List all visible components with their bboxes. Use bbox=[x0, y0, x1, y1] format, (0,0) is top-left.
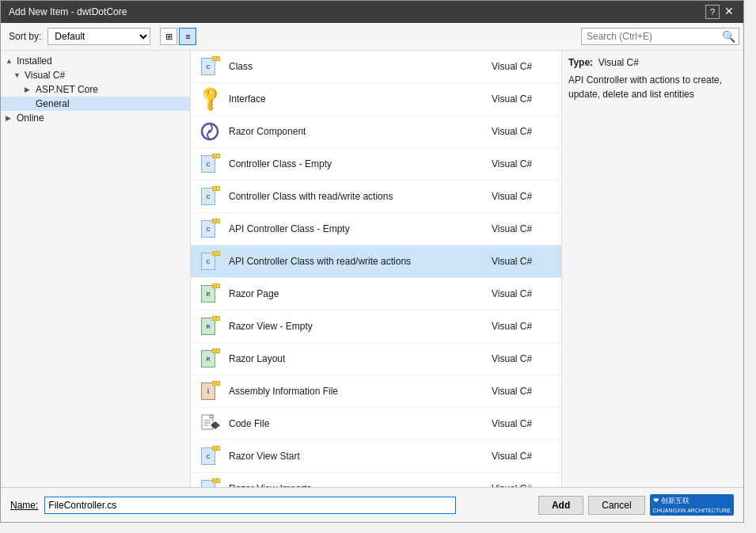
sidebar-item-visual-csharp-label: Visual C# bbox=[25, 70, 65, 81]
watermark-brand: 创新互联 bbox=[661, 497, 690, 504]
item-api-controller-empty[interactable]: C C# API Controller Class - Empty Visual… bbox=[191, 213, 561, 246]
item-razor-component-name: Razor Component bbox=[229, 126, 492, 137]
sidebar-item-general-label: General bbox=[36, 98, 70, 109]
item-controller-empty-name: Controller Class - Empty bbox=[229, 158, 492, 169]
item-razor-view-start[interactable]: C C# Razor View Start Visual C# bbox=[191, 440, 561, 473]
item-interface[interactable]: 🔑 Interface Visual C# bbox=[191, 83, 561, 116]
item-razor-view-start-name: Razor View Start bbox=[229, 451, 492, 462]
item-razor-view-imports-icon: C C# bbox=[197, 476, 222, 487]
close-button[interactable]: ✕ bbox=[723, 5, 735, 17]
footer-buttons: Add Cancel ❤ 创新互联 CHUANGXIN ARCHITECTURE bbox=[538, 494, 734, 516]
arrow-online: ▶ bbox=[6, 114, 13, 122]
item-razor-component[interactable]: Razor Component Visual C# bbox=[191, 116, 561, 148]
item-controller-empty-type: Visual C# bbox=[492, 158, 555, 169]
dialog-window: Add New Item - dwtDotCore ? ✕ Sort by: D… bbox=[0, 0, 744, 523]
info-description: API Controller with actions to create, u… bbox=[568, 73, 737, 101]
item-razor-page-icon: R C# bbox=[197, 281, 222, 306]
search-icon[interactable]: 🔍 bbox=[722, 30, 735, 43]
sidebar-item-online[interactable]: ▶ Online bbox=[1, 111, 190, 125]
item-razor-layout-type: Visual C# bbox=[492, 353, 555, 364]
watermark-sub: CHUANGXIN ARCHITECTURE bbox=[653, 508, 731, 513]
view-toggle: ⊞ ≡ bbox=[160, 28, 196, 45]
main-content: ▲ Installed ▼ Visual C# ▶ ASP.NET Core G… bbox=[1, 51, 743, 487]
title-bar-controls: ? ✕ bbox=[705, 5, 735, 19]
item-code-file-name: Code File bbox=[229, 418, 492, 429]
info-panel: Type: Visual C# API Controller with acti… bbox=[561, 51, 743, 487]
dialog-body: Sort by: Default Name Type ⊞ ≡ 🔍 ▲ bbox=[1, 23, 743, 522]
sort-select[interactable]: Default Name Type bbox=[47, 28, 150, 45]
item-controller-empty-icon: C C# bbox=[197, 151, 222, 177]
item-interface-type: Visual C# bbox=[492, 93, 555, 105]
item-razor-view-start-type: Visual C# bbox=[492, 451, 555, 462]
item-razor-layout-name: Razor Layout bbox=[229, 353, 492, 364]
item-razor-page[interactable]: R C# Razor Page Visual C# bbox=[191, 278, 561, 310]
search-box: 🔍 bbox=[581, 28, 735, 45]
item-class[interactable]: C C# Class Visual C# bbox=[191, 51, 561, 83]
grid-view-button[interactable]: ⊞ bbox=[160, 28, 177, 45]
item-class-icon: C C# bbox=[197, 54, 222, 79]
arrow-installed: ▲ bbox=[6, 57, 13, 65]
sidebar-item-aspnet-core[interactable]: ▶ ASP.NET Core bbox=[1, 82, 190, 97]
item-razor-view-empty-type: Visual C# bbox=[492, 321, 555, 332]
item-razor-page-type: Visual C# bbox=[492, 288, 555, 299]
info-type-label: Type: bbox=[568, 57, 593, 68]
item-assembly-type: Visual C# bbox=[492, 386, 555, 397]
item-razor-view-empty[interactable]: R C# Razor View - Empty Visual C# bbox=[191, 310, 561, 343]
sidebar-item-general[interactable]: General bbox=[1, 97, 190, 111]
search-input[interactable] bbox=[581, 28, 739, 45]
item-razor-view-start-icon: C C# bbox=[197, 444, 222, 469]
item-interface-icon: 🔑 bbox=[197, 86, 222, 112]
info-type-value: Visual C# bbox=[598, 57, 639, 68]
item-code-file[interactable]: Code File Visual C# bbox=[191, 408, 561, 440]
toolbar: Sort by: Default Name Type ⊞ ≡ 🔍 bbox=[1, 23, 743, 51]
items-list[interactable]: C C# Class Visual C# 🔑 Interface bbox=[191, 51, 561, 487]
item-class-type: Visual C# bbox=[492, 61, 555, 72]
key-icon: 🔑 bbox=[195, 84, 224, 113]
item-controller-empty[interactable]: C C# Controller Class - Empty Visual C# bbox=[191, 148, 561, 181]
sidebar-item-aspnet-core-label: ASP.NET Core bbox=[36, 84, 98, 95]
name-label: Name: bbox=[10, 500, 38, 511]
code-file-svg bbox=[199, 413, 220, 434]
sort-label: Sort by: bbox=[9, 31, 41, 42]
razor-component-svg bbox=[199, 120, 221, 143]
item-assembly-icon: i C# bbox=[197, 379, 222, 404]
item-razor-layout[interactable]: R C# Razor Layout Visual C# bbox=[191, 343, 561, 375]
item-api-controller-rw-icon: C C# bbox=[197, 249, 222, 274]
sidebar-item-online-label: Online bbox=[17, 112, 44, 124]
sidebar-item-installed-label: Installed bbox=[17, 55, 52, 67]
arrow-aspnet-core: ▶ bbox=[25, 86, 32, 93]
item-api-controller-empty-type: Visual C# bbox=[492, 223, 555, 234]
item-controller-rw[interactable]: C C# Controller Class with read/write ac… bbox=[191, 181, 561, 213]
item-api-controller-empty-name: API Controller Class - Empty bbox=[229, 223, 492, 234]
item-razor-page-name: Razor Page bbox=[229, 288, 492, 299]
item-razor-view-imports[interactable]: C C# Razor View Imports Visual C# bbox=[191, 473, 561, 487]
add-button[interactable]: Add bbox=[538, 496, 583, 515]
item-api-controller-empty-icon: C C# bbox=[197, 216, 222, 242]
item-controller-rw-type: Visual C# bbox=[492, 191, 555, 202]
help-button[interactable]: ? bbox=[705, 5, 720, 19]
item-api-controller-rw[interactable]: C C# API Controller Class with read/writ… bbox=[191, 246, 561, 278]
item-razor-view-empty-name: Razor View - Empty bbox=[229, 321, 492, 332]
items-panel: C C# Class Visual C# 🔑 Interface bbox=[191, 51, 561, 487]
item-api-controller-rw-name: API Controller Class with read/write act… bbox=[229, 256, 492, 267]
watermark-text: ❤ bbox=[653, 497, 662, 504]
name-input[interactable] bbox=[44, 497, 456, 514]
svg-point-1 bbox=[208, 130, 211, 133]
arrow-visual-csharp: ▼ bbox=[13, 71, 21, 79]
info-type: Type: Visual C# bbox=[568, 57, 737, 68]
item-code-file-type: Visual C# bbox=[492, 418, 555, 429]
cancel-button[interactable]: Cancel bbox=[588, 496, 644, 515]
item-razor-component-icon bbox=[197, 119, 222, 144]
item-controller-rw-name: Controller Class with read/write actions bbox=[229, 191, 492, 202]
item-razor-component-type: Visual C# bbox=[492, 126, 555, 137]
sidebar-item-visual-csharp[interactable]: ▼ Visual C# bbox=[1, 68, 190, 82]
item-api-controller-rw-type: Visual C# bbox=[492, 256, 555, 267]
item-controller-rw-icon: C C# bbox=[197, 184, 222, 209]
item-code-file-icon bbox=[197, 411, 222, 436]
list-view-button[interactable]: ≡ bbox=[179, 28, 196, 45]
sidebar-item-installed[interactable]: ▲ Installed bbox=[1, 54, 190, 68]
bottom-bar: Name: Add Cancel ❤ 创新互联 CHUANGXIN ARCHIT… bbox=[1, 487, 743, 522]
item-assembly-name: Assembly Information File bbox=[229, 386, 492, 397]
item-assembly[interactable]: i C# Assembly Information File Visual C# bbox=[191, 375, 561, 408]
watermark: ❤ 创新互联 CHUANGXIN ARCHITECTURE bbox=[650, 494, 734, 516]
